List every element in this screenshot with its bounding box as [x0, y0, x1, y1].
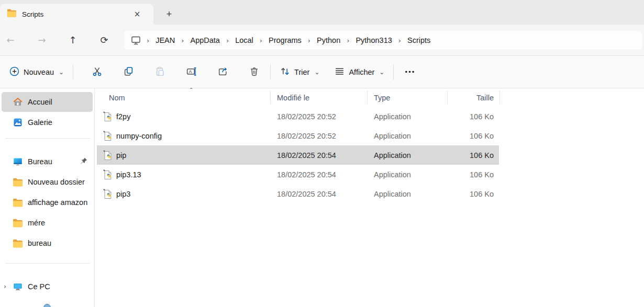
file-name: numpy-config [116, 132, 162, 140]
python-app-icon [103, 131, 112, 141]
up-icon[interactable]: ↑ [65, 33, 80, 48]
file-type: Application [367, 151, 447, 160]
rename-button[interactable]: A [179, 62, 203, 82]
tab-scripts[interactable]: Scripts × [0, 4, 153, 25]
folder-icon [13, 178, 23, 187]
new-button[interactable]: Nouveau ⌄ [4, 62, 69, 82]
main-area: Accueil Galerie Bureau [0, 88, 644, 307]
toolbar-divider [270, 64, 271, 80]
sidebar-item-this-pc[interactable]: › Ce PC [2, 277, 93, 297]
close-tab-button[interactable]: × [130, 8, 144, 20]
breadcrumb-chevron-icon: › [343, 37, 352, 44]
address-bar[interactable]: › JEAN › AppData › Local › Programs › Py… [124, 31, 642, 50]
plus-circle-icon [9, 66, 20, 78]
sidebar-item-mere[interactable]: mére [2, 213, 93, 233]
sidebar-item-label: Bureau [28, 157, 52, 166]
table-row-pip313[interactable]: pip3.13 18/02/2025 20:54 Application 106… [97, 165, 499, 184]
sidebar-divider [5, 263, 90, 264]
breadcrumb-item-jean[interactable]: JEAN [152, 35, 178, 46]
table-row-pip-selected[interactable]: pip 18/02/2025 20:54 Application 106 Ko [97, 145, 499, 165]
copy-button[interactable] [116, 62, 140, 82]
column-divider[interactable] [447, 90, 448, 104]
sidebar-item-bureau[interactable]: Bureau [2, 152, 93, 172]
file-type: Application [367, 190, 447, 198]
sidebar-item-label: bureau [28, 239, 51, 247]
desktop-icon [13, 156, 23, 167]
file-name: pip3 [116, 190, 130, 198]
computer-icon [13, 281, 23, 292]
sidebar-item-gallery[interactable]: Galerie [2, 112, 93, 132]
share-button[interactable] [210, 62, 235, 82]
file-explorer-window: Scripts × + ← → ↑ ⟳ › JEAN › AppData › L… [0, 0, 644, 307]
breadcrumb-chevron-icon: › [223, 37, 232, 44]
folder-icon [13, 219, 23, 228]
table-row-pip3[interactable]: pip3 18/02/2025 20:54 Application 106 Ko [97, 184, 499, 203]
cut-button[interactable] [85, 62, 109, 82]
table-row-f2py[interactable]: f2py 18/02/2025 20:52 Application 106 Ko [97, 107, 499, 126]
sidebar: Accueil Galerie Bureau [0, 88, 95, 307]
more-options-button[interactable]: ••• [398, 62, 422, 82]
chevron-down-icon: ⌄ [59, 69, 64, 76]
file-size: 106 Ko [447, 132, 499, 140]
file-name: pip3.13 [116, 170, 141, 179]
paste-button[interactable] [148, 62, 172, 82]
file-modified: 18/02/2025 20:54 [270, 151, 367, 160]
view-button[interactable]: Afficher ⌄ [329, 62, 389, 82]
sort-icon [280, 66, 291, 78]
share-icon [217, 66, 228, 78]
file-rows: f2py 18/02/2025 20:52 Application 106 Ko… [97, 107, 644, 203]
sidebar-item-label: Galerie [28, 118, 52, 127]
breadcrumb-chevron-icon: › [143, 37, 152, 44]
column-divider[interactable] [367, 90, 368, 104]
delete-button[interactable] [242, 62, 266, 82]
table-row-numpy-config[interactable]: numpy-config 18/02/2025 20:52 Applicatio… [97, 126, 499, 145]
toolbar-divider [73, 64, 73, 80]
file-modified: 18/02/2025 20:52 [270, 132, 367, 140]
column-header-modified[interactable]: Modifié le [270, 94, 367, 102]
sidebar-item-affichage-amazon[interactable]: affichage amazon [2, 192, 93, 212]
svg-text:A: A [188, 69, 192, 74]
breadcrumb-item-local[interactable]: Local [232, 35, 257, 46]
trash-icon [249, 66, 260, 78]
sidebar-item-bureau-folder[interactable]: bureau [2, 233, 93, 253]
copy-icon [123, 66, 134, 78]
gallery-icon [13, 117, 23, 128]
pin-icon [80, 157, 88, 167]
breadcrumb-item-appdata[interactable]: AppData [187, 35, 223, 46]
network-icon[interactable] [43, 304, 51, 307]
tab-title: Scripts [22, 10, 130, 18]
navigation-bar: ← → ↑ ⟳ › JEAN › AppData › Local › Progr… [0, 25, 644, 56]
file-name: f2py [116, 112, 130, 121]
breadcrumb-item-python[interactable]: Python [314, 35, 343, 46]
file-modified: 18/02/2025 20:54 [270, 190, 367, 198]
folder-icon [7, 9, 17, 19]
sort-button[interactable]: Trier ⌄ [275, 62, 324, 82]
expand-chevron-icon[interactable]: › [4, 282, 6, 290]
breadcrumb-item-python313[interactable]: Python313 [352, 35, 395, 46]
back-icon[interactable]: ← [3, 33, 18, 48]
forward-icon[interactable]: → [35, 33, 49, 48]
column-header-type[interactable]: Type [367, 94, 447, 102]
file-list: ⌃ Nom Modifié le Type Taille f2py 18/02/… [95, 88, 644, 307]
column-header-name[interactable]: Nom [97, 94, 270, 102]
folder-icon [13, 239, 23, 248]
column-header-size[interactable]: Taille [447, 94, 499, 102]
command-toolbar: Nouveau ⌄ A [0, 56, 644, 88]
view-list-icon [334, 66, 345, 78]
column-divider[interactable] [499, 90, 500, 104]
column-divider[interactable] [270, 90, 271, 104]
sidebar-item-home[interactable]: Accueil [2, 92, 93, 112]
python-app-icon [103, 189, 112, 199]
sidebar-item-label: mére [28, 219, 45, 227]
new-tab-button[interactable]: + [161, 7, 177, 21]
folder-icon [13, 198, 23, 207]
sort-ascending-icon: ⌃ [189, 87, 193, 93]
view-button-label: Afficher [349, 68, 374, 76]
sidebar-item-nouveau-dossier[interactable]: Nouveau dossier [2, 172, 93, 192]
refresh-icon[interactable]: ⟳ [97, 33, 112, 48]
file-type: Application [367, 132, 447, 140]
file-modified: 18/02/2025 20:54 [270, 170, 367, 179]
sidebar-item-label: affichage amazon [28, 198, 87, 207]
breadcrumb-item-scripts[interactable]: Scripts [404, 35, 434, 46]
breadcrumb-item-programs[interactable]: Programs [265, 35, 305, 46]
